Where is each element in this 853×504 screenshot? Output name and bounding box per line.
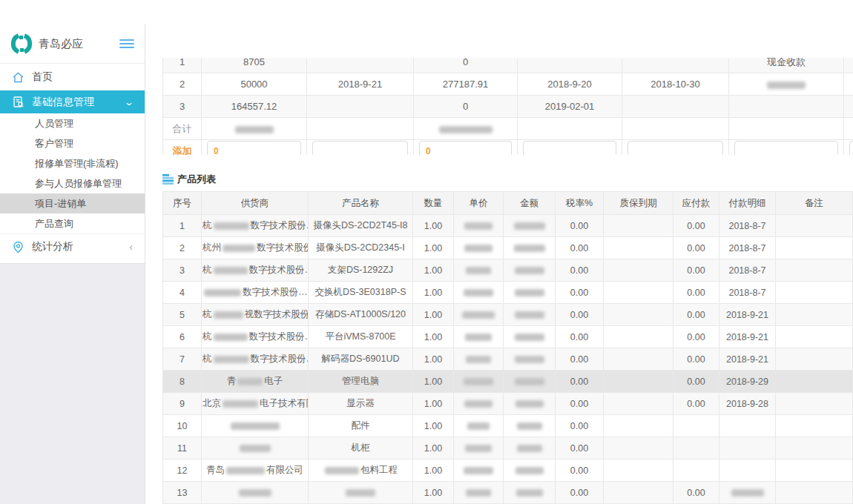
cell [622,96,729,118]
payment-add-input-1[interactable] [312,141,408,155]
redacted-value [223,400,258,408]
column-header: 付款明细 [719,192,776,215]
cell: 12 [163,460,202,482]
cell: 1.00 [413,259,454,282]
redacted-value [767,82,806,89]
sidebar-item-customers[interactable]: 客户管理 [0,133,145,153]
cell: 1.00 [413,348,454,371]
sidebar-item-statistics[interactable]: 统计分析 ‹ [0,233,145,259]
table-row[interactable]: 12青岛有限公司包料工程1.000.00 [163,460,853,482]
cell: 0.00 [556,304,604,326]
cell [454,437,504,460]
payment-add-input-3[interactable] [523,141,616,155]
cell [454,415,504,437]
cell: 1.00 [413,215,454,237]
cell: 数字技术股份… [202,282,309,304]
table-row[interactable]: 3164557.1202019-02-01 [163,96,853,118]
sidebar-item-base-info[interactable]: 基础信息管理 ⌄ [0,90,145,113]
cell [622,118,729,140]
table-row[interactable]: 11机柜1.000.00 [163,437,853,460]
sidebar-item-product-query[interactable]: 产品查询 [0,213,145,233]
cell: 9 [163,393,202,415]
main-content: 187050现金收款2500002018-9-21277187.912018-9… [145,24,853,504]
sidebar-item-label: 统计分析 [32,240,129,253]
add-row: 添加 [163,140,853,156]
cell [604,482,673,504]
cell [844,73,853,96]
cell: 2018-9-20 [518,73,622,96]
chevron-left-icon: ‹ [129,241,133,253]
cell: 2018-8-7 [719,282,776,304]
cell: 青电子 [202,371,309,393]
cell [844,140,853,156]
cell [776,393,853,415]
cell: 2018-9-21 [307,73,414,96]
cell [604,259,673,282]
cell: 北京电子技术有限… [202,393,309,415]
cell: 现金收款 [729,58,844,73]
cell [309,482,413,504]
payment-add-input-6[interactable] [849,141,853,155]
cell [776,326,853,348]
cell [454,393,504,415]
cell: 11 [163,437,202,460]
cell: 杭数字技术股份… [202,348,309,371]
cell: 2018-9-29 [719,371,776,393]
payment-table: 187050现金收款2500002018-9-21277187.912018-9… [162,58,853,155]
cell [604,348,673,371]
table-row[interactable]: 6杭数字技术股份…平台iVMS-8700E1.000.000.002018-9-… [163,326,853,348]
payment-add-input-0[interactable] [207,141,301,155]
sidebar-item-home[interactable]: 首页 [0,64,145,90]
table-row[interactable]: 2500002018-9-21277187.912018-9-202018-10… [163,73,853,96]
cell: 机柜 [309,437,413,460]
table-row[interactable]: 7杭数字技术股份…解码器DS-6901UD1.000.000.002018-9-… [163,348,853,371]
top-whitespace [0,0,853,24]
cell [307,58,414,73]
cell: 0.00 [673,482,719,504]
table-row[interactable]: 1杭数字技术股份…摄像头DS-2CD2T45-I81.000.000.00201… [163,215,853,237]
redacted-value [214,356,249,363]
table-row[interactable]: 10配件1.000.00 [163,415,853,437]
table-row[interactable]: 8青电子管理电脑1.000.000.002018-9-29 [163,371,853,393]
table-row[interactable]: 9北京电子技术有限…显示器1.000.000.002018-9-28 [163,393,853,415]
table-row[interactable]: 4数字技术股份…交换机DS-3E0318P-S1.000.000.002018-… [163,282,853,304]
sidebar-item-repair-orders[interactable]: 报修单管理(非流程) [0,153,145,173]
cell [504,259,556,282]
cell [604,415,673,437]
document-search-icon [12,96,24,108]
sidebar-item-personnel[interactable]: 人员管理 [0,113,145,133]
cell: 0.00 [673,237,719,259]
cell [776,437,853,460]
cell: 0.00 [556,482,604,504]
cell [414,118,518,140]
payment-add-input-4[interactable] [628,141,723,155]
cell: 杭数字技术股份… [202,259,309,282]
redacted-value [226,467,265,474]
table-row[interactable]: 3杭数字技术股份…支架DS-1292ZJ1.000.000.002018-8-7 [163,259,853,282]
menu-toggle-icon[interactable] [119,39,134,48]
cell: 10 [163,415,202,437]
table-row[interactable]: 187050现金收款 [163,58,853,73]
sidebar-item-project-orders[interactable]: 项目-进销单 [0,193,145,213]
cell [604,437,673,460]
table-row[interactable]: 5杭视数字技术股份…存储DS-AT1000S/1201.000.000.0020… [163,304,853,326]
column-header: 质保到期 [604,192,673,215]
cell: 1.00 [413,326,454,348]
payment-add-input-5[interactable] [734,141,838,155]
cell: 摄像头DS-2CD2T45-I8 [309,215,413,237]
table-row[interactable]: 2杭州数字技术股份…摄像头DS-2CD2345-I1.000.000.00201… [163,237,853,259]
cell: 1.00 [413,437,454,460]
cell [202,118,307,140]
chevron-down-icon: ⌄ [124,97,134,107]
cell [776,482,853,504]
sidebar-item-participant-repair[interactable]: 参与人员报修单管理 [0,173,145,193]
table-row[interactable]: 131.000.000.00 [163,482,853,504]
cell [504,282,556,304]
cell [729,118,844,140]
column-header: 序号 [163,192,202,215]
cell [454,215,504,237]
redacted-value [515,311,544,319]
redacted-value [516,489,543,497]
payment-add-input-2[interactable] [419,141,512,155]
cell [504,371,556,393]
